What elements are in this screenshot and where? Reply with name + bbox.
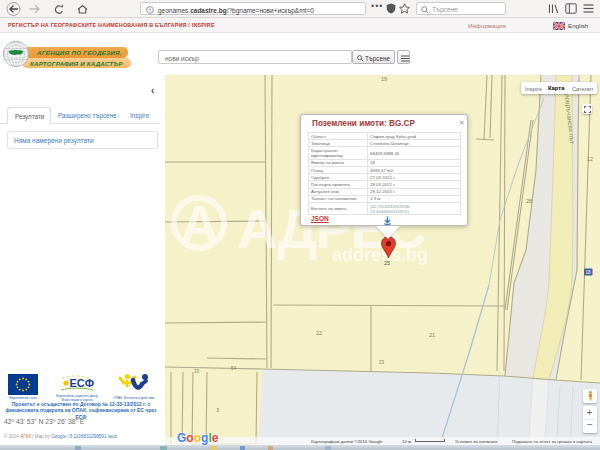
- svg-text:12: 12: [587, 156, 593, 162]
- svg-text:ЕСФ: ЕСФ: [70, 377, 95, 389]
- svg-text:28: 28: [526, 198, 532, 204]
- svg-text:33: 33: [194, 369, 200, 374]
- svg-text:21: 21: [429, 332, 435, 338]
- svg-text:3: 3: [216, 407, 219, 413]
- svg-text:address.bg: address.bg: [332, 245, 428, 265]
- svg-text:22: 22: [316, 330, 322, 336]
- svg-text:23: 23: [379, 360, 385, 365]
- svg-text:25: 25: [384, 260, 390, 266]
- svg-text:18: 18: [586, 270, 592, 275]
- svg-text:А: А: [180, 194, 219, 254]
- svg-text:19: 19: [381, 76, 387, 82]
- svg-text:54: 54: [231, 366, 237, 371]
